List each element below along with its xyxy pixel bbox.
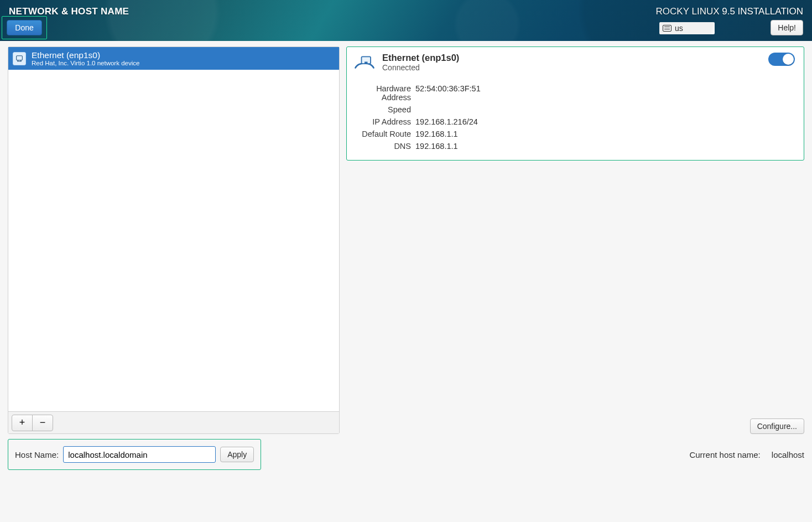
- prop-label: Speed: [352, 105, 411, 114]
- configure-button[interactable]: Configure...: [750, 418, 804, 434]
- hostname-label: Host Name:: [15, 450, 59, 459]
- current-hostname-value: localhost: [772, 450, 804, 459]
- svg-rect-0: [17, 55, 23, 60]
- prop-default-route: Default Route 192.168.1.1: [352, 128, 795, 140]
- prop-value: 192.168.1.1: [415, 142, 458, 151]
- prop-value: 192.168.1.1: [415, 130, 458, 138]
- details-header: Ethernet (enp1s0) Connected: [352, 53, 795, 77]
- header-bar: NETWORK & HOST NAME ROCKY LINUX 9.5 INST…: [0, 0, 812, 41]
- device-item-labels: Ethernet (enp1s0) Red Hat, Inc. Virtio 1…: [32, 50, 139, 66]
- remove-device-button[interactable]: −: [32, 415, 53, 431]
- prop-label: Default Route: [352, 130, 411, 138]
- connection-toggle[interactable]: [768, 53, 795, 66]
- keyboard-layout-indicator[interactable]: us: [659, 22, 715, 34]
- prop-label: DNS: [352, 142, 411, 151]
- prop-hardware-address: Hardware Address 52:54:00:36:3F:51: [352, 82, 795, 104]
- details-properties: Hardware Address 52:54:00:36:3F:51 Speed…: [352, 82, 795, 152]
- prop-value: 52:54:00:36:3F:51: [415, 84, 481, 102]
- ethernet-large-icon: [352, 53, 377, 77]
- device-item[interactable]: Ethernet (enp1s0) Red Hat, Inc. Virtio 1…: [8, 47, 339, 70]
- current-hostname: Current host name: localhost: [689, 450, 804, 459]
- hostname-input[interactable]: [63, 446, 216, 463]
- device-list-toolbar: + −: [8, 411, 339, 433]
- device-details-panel: Ethernet (enp1s0) Connected Hardware Add…: [346, 46, 804, 161]
- done-button[interactable]: Done: [7, 20, 41, 35]
- prop-dns: DNS 192.168.1.1: [352, 140, 795, 152]
- device-list: Ethernet (enp1s0) Red Hat, Inc. Virtio 1…: [8, 46, 340, 434]
- prop-value: 192.168.1.216/24: [415, 117, 478, 126]
- prop-label: Hardware Address: [352, 84, 411, 102]
- current-hostname-label: Current host name:: [689, 450, 760, 459]
- details-titles: Ethernet (enp1s0) Connected: [382, 53, 459, 72]
- installer-title: ROCKY LINUX 9.5 INSTALLATION: [656, 6, 803, 17]
- ethernet-icon: [13, 52, 26, 65]
- main-area: Ethernet (enp1s0) Red Hat, Inc. Virtio 1…: [0, 41, 812, 522]
- configure-row: Configure...: [346, 418, 804, 434]
- details-device-status: Connected: [382, 63, 459, 72]
- add-device-button[interactable]: +: [12, 415, 33, 431]
- details-wrap: Ethernet (enp1s0) Connected Hardware Add…: [346, 46, 804, 434]
- prop-ip: IP Address 192.168.1.216/24: [352, 116, 795, 128]
- hostname-bar: Host Name: Apply Current host name: loca…: [8, 439, 804, 470]
- scrollbar-thumb[interactable]: [805, 41, 811, 522]
- device-item-name: Ethernet (enp1s0): [32, 50, 139, 60]
- split-pane: Ethernet (enp1s0) Red Hat, Inc. Virtio 1…: [8, 46, 804, 434]
- keyboard-layout-label: us: [675, 24, 683, 33]
- done-focus-ring: Done: [2, 16, 47, 39]
- device-list-items[interactable]: Ethernet (enp1s0) Red Hat, Inc. Virtio 1…: [8, 47, 339, 411]
- prop-label: IP Address: [352, 117, 411, 126]
- help-button[interactable]: Help!: [771, 20, 803, 35]
- hostname-group: Host Name: Apply: [8, 439, 261, 470]
- apply-hostname-button[interactable]: Apply: [220, 447, 254, 462]
- prop-speed: Speed: [352, 104, 795, 116]
- keyboard-icon: [663, 25, 672, 32]
- details-device-name: Ethernet (enp1s0): [382, 53, 459, 63]
- page-title: NETWORK & HOST NAME: [9, 6, 129, 17]
- svg-rect-2: [365, 62, 368, 64]
- window-scrollbar[interactable]: [804, 41, 812, 522]
- device-item-desc: Red Hat, Inc. Virtio 1.0 network device: [32, 60, 139, 66]
